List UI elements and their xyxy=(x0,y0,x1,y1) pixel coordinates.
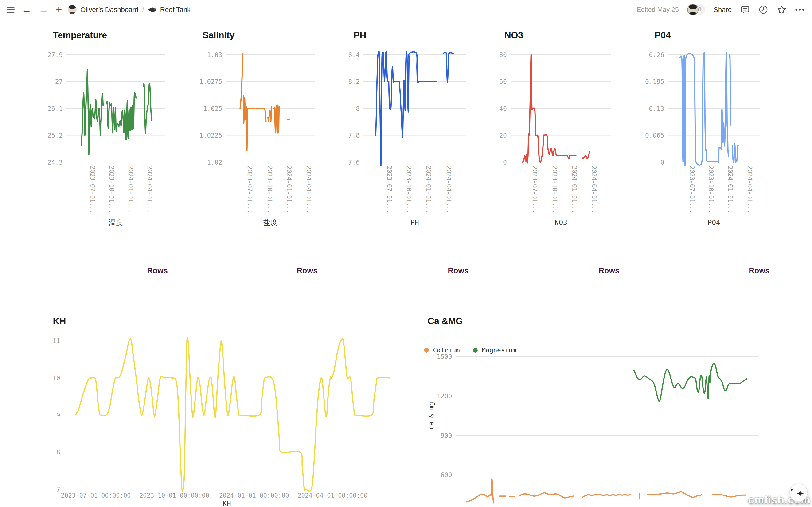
svg-text:1.02: 1.02 xyxy=(207,159,222,166)
svg-text:0.195: 0.195 xyxy=(645,78,664,85)
svg-text:盐度: 盐度 xyxy=(263,218,277,227)
svg-text:2024-04-01 00:00:00: 2024-04-01 00:00:00 xyxy=(298,492,367,499)
svg-text:11: 11 xyxy=(52,337,60,345)
svg-text:1.03: 1.03 xyxy=(207,51,222,58)
svg-text:2024-04-01...: 2024-04-01... xyxy=(146,166,153,214)
rows-link-no3[interactable]: Rows xyxy=(497,266,619,275)
chart-po4[interactable]: 0.260.1950.130.06502023-07-01...2023-10-… xyxy=(647,45,777,232)
sparkle-icon: ✦ xyxy=(796,489,804,498)
svg-text:60: 60 xyxy=(499,78,507,85)
svg-text:0: 0 xyxy=(660,159,664,166)
svg-text:2024-01-01 00:00:00: 2024-01-01 00:00:00 xyxy=(219,492,289,499)
user-avatar[interactable] xyxy=(687,4,699,15)
edited-timestamp: Edited May 25 xyxy=(637,6,679,13)
chart-title-salinity: Salinity xyxy=(203,30,235,40)
card-divider xyxy=(346,264,475,264)
svg-text:2023-10-01 00:00:00: 2023-10-01 00:00:00 xyxy=(139,492,209,499)
svg-text:1.0225: 1.0225 xyxy=(199,132,222,139)
back-arrow-icon[interactable]: ← xyxy=(21,5,32,14)
history-clock-icon[interactable] xyxy=(758,5,768,14)
svg-text:25.2: 25.2 xyxy=(47,132,63,139)
svg-text:2023-07-01...: 2023-07-01... xyxy=(531,166,538,214)
svg-text:0.26: 0.26 xyxy=(649,51,664,58)
share-button[interactable]: Share xyxy=(714,6,732,14)
svg-text:2023-10-01...: 2023-10-01... xyxy=(551,166,558,214)
magnesium-dot-icon xyxy=(473,348,478,352)
breadcrumb-page[interactable]: Reef Tank xyxy=(160,6,191,14)
svg-text:2023-07-01...: 2023-07-01... xyxy=(89,166,96,214)
chart-title-po4: P04 xyxy=(655,30,671,40)
card-divider xyxy=(45,264,175,264)
svg-text:2023-10-01...: 2023-10-01... xyxy=(707,166,714,214)
svg-text:2023-07-01...: 2023-07-01... xyxy=(689,166,696,214)
svg-text:1.0275: 1.0275 xyxy=(199,78,222,85)
svg-text:KH: KH xyxy=(222,500,231,507)
card-divider xyxy=(647,264,776,264)
legend-item-magnesium[interactable]: Magnesium xyxy=(473,346,516,354)
legend-label-magnesium: Magnesium xyxy=(482,346,516,354)
svg-text:1.025: 1.025 xyxy=(203,105,222,112)
sidebar-menu-icon[interactable] xyxy=(7,7,14,13)
legend-label-calcium: Calcium xyxy=(433,346,460,354)
chart-kh[interactable]: 11109872023-07-01 00:00:002023-10-01 00:… xyxy=(45,333,398,507)
svg-text:2023-07-01...: 2023-07-01... xyxy=(246,166,253,214)
chart-salinity[interactable]: 1.031.02751.0251.02251.022023-07-01...20… xyxy=(195,45,325,232)
svg-text:P04: P04 xyxy=(707,218,720,227)
svg-text:8: 8 xyxy=(56,449,60,456)
fish-icon xyxy=(148,6,156,13)
chart-camg[interactable]: 15001200900600ca & mg xyxy=(420,355,812,507)
svg-text:2024-01-01...: 2024-01-01... xyxy=(571,166,578,214)
svg-text:7.8: 7.8 xyxy=(348,132,360,139)
workspace-avatar[interactable] xyxy=(68,5,77,14)
svg-text:9: 9 xyxy=(56,411,60,419)
svg-text:2024-01-01...: 2024-01-01... xyxy=(727,166,734,214)
new-page-icon[interactable]: + xyxy=(55,4,62,15)
svg-text:27.9: 27.9 xyxy=(47,51,63,58)
comments-icon[interactable] xyxy=(740,5,750,14)
svg-text:1200: 1200 xyxy=(437,392,452,400)
svg-text:1500: 1500 xyxy=(437,353,452,360)
svg-text:PH: PH xyxy=(410,218,419,227)
chart-temperature[interactable]: 27.92726.125.224.32023-07-01...2023-10-0… xyxy=(45,45,176,232)
calcium-dot-icon xyxy=(424,348,429,352)
chart-title-temperature: Temperature xyxy=(53,30,107,40)
svg-text:0.065: 0.065 xyxy=(645,132,664,139)
sparkle-icon: ✦ xyxy=(790,488,794,493)
svg-text:0.13: 0.13 xyxy=(649,105,664,112)
svg-text:10: 10 xyxy=(52,374,60,382)
rows-link-po4[interactable]: Rows xyxy=(647,266,769,275)
chart-no3[interactable]: 8060402002023-07-01...2023-10-01...2024-… xyxy=(497,45,627,232)
legend-item-calcium[interactable]: Calcium xyxy=(424,346,460,354)
svg-text:ca & mg: ca & mg xyxy=(427,402,435,430)
svg-text:2024-04-01...: 2024-04-01... xyxy=(591,166,598,214)
ai-sparkle-button[interactable]: ✦ ✦ xyxy=(790,484,808,502)
nav-left: ← → + xyxy=(7,4,62,15)
svg-text:2024-04-01...: 2024-04-01... xyxy=(746,166,753,214)
camg-legend: Calcium Magnesium xyxy=(424,346,516,354)
chart-ph[interactable]: 8.48.287.87.62023-07-01...2023-10-01...2… xyxy=(346,45,476,232)
svg-text:2024-01-01...: 2024-01-01... xyxy=(127,166,134,214)
breadcrumb-root[interactable]: Oliver’s Dashboard xyxy=(80,6,138,14)
more-options-icon[interactable]: ••• xyxy=(795,6,805,14)
favorite-star-icon[interactable] xyxy=(777,5,786,14)
rows-link-ph[interactable]: Rows xyxy=(346,266,468,275)
card-divider xyxy=(497,264,626,264)
chart-title-no3: NO3 xyxy=(504,30,523,40)
svg-text:900: 900 xyxy=(441,432,452,439)
svg-text:2024-04-01...: 2024-04-01... xyxy=(445,166,452,214)
svg-text:40: 40 xyxy=(499,105,507,112)
svg-text:0: 0 xyxy=(503,159,507,166)
nav-right: Edited May 25 J Share ••• xyxy=(637,4,805,15)
svg-text:20: 20 xyxy=(499,132,507,139)
chart-title-ph: PH xyxy=(354,30,366,40)
svg-text:2023-10-01...: 2023-10-01... xyxy=(108,166,115,214)
topbar: ← → + Oliver’s Dashboard / Reef Tank Edi… xyxy=(0,0,812,19)
collaborator-avatars[interactable]: J xyxy=(687,4,705,15)
svg-text:NO3: NO3 xyxy=(555,218,567,227)
rows-link-salinity[interactable]: Rows xyxy=(195,266,317,275)
rows-link-temperature[interactable]: Rows xyxy=(45,266,168,275)
svg-text:80: 80 xyxy=(499,51,507,58)
svg-text:27: 27 xyxy=(55,78,63,85)
svg-text:2023-10-01...: 2023-10-01... xyxy=(405,166,412,214)
chart-title-kh: KH xyxy=(53,316,66,326)
